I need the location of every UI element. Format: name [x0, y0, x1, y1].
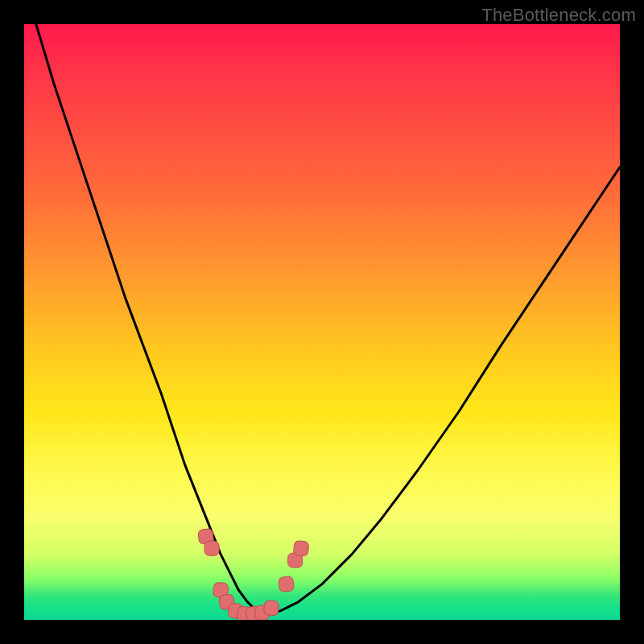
data-marker: [204, 541, 219, 555]
svg-rect-1: [204, 541, 219, 555]
chart-frame: TheBottleneck.com: [0, 0, 644, 644]
curve-layer: [24, 24, 620, 620]
watermark-text: TheBottleneck.com: [481, 5, 636, 26]
svg-rect-11: [293, 540, 309, 556]
svg-rect-9: [279, 576, 295, 592]
bottleneck-curve: [36, 24, 620, 614]
svg-rect-8: [263, 600, 279, 616]
plot-area: [24, 24, 620, 620]
data-marker: [279, 576, 295, 592]
data-marker: [293, 540, 309, 556]
data-marker: [263, 600, 279, 616]
